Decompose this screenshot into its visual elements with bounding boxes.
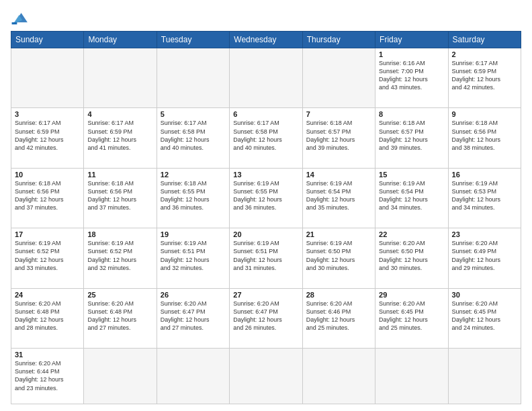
- calendar-cell: 30Sunrise: 6:20 AM Sunset: 6:45 PM Dayli…: [448, 288, 521, 348]
- calendar-cell: 12Sunrise: 6:18 AM Sunset: 6:55 PM Dayli…: [157, 168, 229, 228]
- day-number: 21: [306, 230, 371, 238]
- calendar-cell: 17Sunrise: 6:19 AM Sunset: 6:52 PM Dayli…: [11, 228, 84, 288]
- calendar-cell: 18Sunrise: 6:19 AM Sunset: 6:52 PM Dayli…: [84, 228, 157, 288]
- day-number: 8: [379, 110, 444, 118]
- day-number: 24: [15, 291, 80, 299]
- day-number: 26: [161, 291, 226, 299]
- calendar-cell: 28Sunrise: 6:20 AM Sunset: 6:46 PM Dayli…: [302, 288, 375, 348]
- day-number: 15: [379, 171, 444, 179]
- day-info: Sunrise: 6:19 AM Sunset: 6:54 PM Dayligh…: [306, 179, 371, 212]
- calendar-cell: 21Sunrise: 6:19 AM Sunset: 6:50 PM Dayli…: [302, 228, 375, 288]
- day-number: 28: [306, 291, 371, 299]
- calendar-cell: [230, 48, 302, 108]
- day-info: Sunrise: 6:20 AM Sunset: 6:44 PM Dayligh…: [15, 359, 80, 392]
- calendar-header-friday: Friday: [375, 32, 448, 48]
- calendar-cell: 27Sunrise: 6:20 AM Sunset: 6:47 PM Dayli…: [230, 288, 302, 348]
- day-info: Sunrise: 6:17 AM Sunset: 6:58 PM Dayligh…: [161, 119, 226, 152]
- calendar-cell: [448, 349, 521, 404]
- day-info: Sunrise: 6:19 AM Sunset: 6:50 PM Dayligh…: [306, 239, 371, 272]
- day-info: Sunrise: 6:18 AM Sunset: 6:57 PM Dayligh…: [306, 119, 371, 152]
- calendar-header-tuesday: Tuesday: [157, 32, 229, 48]
- day-number: 17: [15, 230, 80, 238]
- calendar-cell: 7Sunrise: 6:18 AM Sunset: 6:57 PM Daylig…: [302, 108, 375, 168]
- day-info: Sunrise: 6:17 AM Sunset: 6:59 PM Dayligh…: [15, 119, 80, 152]
- day-number: 31: [15, 351, 80, 359]
- day-info: Sunrise: 6:20 AM Sunset: 6:48 PM Dayligh…: [87, 300, 152, 332]
- svg-rect-3: [12, 22, 17, 24]
- day-info: Sunrise: 6:20 AM Sunset: 6:45 PM Dayligh…: [379, 300, 444, 332]
- day-number: 7: [306, 110, 371, 118]
- calendar-cell: 19Sunrise: 6:19 AM Sunset: 6:51 PM Dayli…: [157, 228, 229, 288]
- day-number: 29: [379, 291, 444, 299]
- calendar-cell: 5Sunrise: 6:17 AM Sunset: 6:58 PM Daylig…: [157, 108, 229, 168]
- calendar-cell: [11, 48, 84, 108]
- calendar-week-row: 24Sunrise: 6:20 AM Sunset: 6:48 PM Dayli…: [11, 288, 521, 348]
- calendar-week-row: 10Sunrise: 6:18 AM Sunset: 6:56 PM Dayli…: [11, 168, 521, 228]
- day-number: 6: [233, 110, 298, 118]
- day-number: 23: [452, 230, 517, 238]
- calendar-header-sunday: Sunday: [11, 32, 84, 48]
- logo: [11, 11, 32, 26]
- calendar-header-monday: Monday: [84, 32, 157, 48]
- day-info: Sunrise: 6:19 AM Sunset: 6:52 PM Dayligh…: [15, 239, 80, 272]
- day-info: Sunrise: 6:17 AM Sunset: 6:58 PM Dayligh…: [233, 119, 298, 152]
- calendar-cell: [157, 349, 229, 404]
- calendar-cell: 16Sunrise: 6:19 AM Sunset: 6:53 PM Dayli…: [448, 168, 521, 228]
- day-info: Sunrise: 6:20 AM Sunset: 6:47 PM Dayligh…: [233, 300, 298, 332]
- calendar-cell: 6Sunrise: 6:17 AM Sunset: 6:58 PM Daylig…: [230, 108, 302, 168]
- day-number: 19: [161, 230, 226, 238]
- day-info: Sunrise: 6:18 AM Sunset: 6:56 PM Dayligh…: [452, 119, 517, 152]
- calendar-header-wednesday: Wednesday: [230, 32, 302, 48]
- day-info: Sunrise: 6:20 AM Sunset: 6:50 PM Dayligh…: [379, 239, 444, 272]
- day-number: 20: [233, 230, 298, 238]
- day-info: Sunrise: 6:17 AM Sunset: 6:59 PM Dayligh…: [452, 59, 517, 92]
- calendar-cell: [157, 48, 229, 108]
- calendar-cell: [302, 48, 375, 108]
- day-info: Sunrise: 6:19 AM Sunset: 6:51 PM Dayligh…: [233, 239, 298, 272]
- calendar-cell: 10Sunrise: 6:18 AM Sunset: 6:56 PM Dayli…: [11, 168, 84, 228]
- day-number: 22: [379, 230, 444, 238]
- calendar-cell: 25Sunrise: 6:20 AM Sunset: 6:48 PM Dayli…: [84, 288, 157, 348]
- day-info: Sunrise: 6:18 AM Sunset: 6:56 PM Dayligh…: [87, 179, 152, 212]
- calendar-table: SundayMondayTuesdayWednesdayThursdayFrid…: [11, 31, 521, 404]
- day-info: Sunrise: 6:17 AM Sunset: 6:59 PM Dayligh…: [87, 119, 152, 152]
- calendar-cell: 9Sunrise: 6:18 AM Sunset: 6:56 PM Daylig…: [448, 108, 521, 168]
- day-number: 9: [452, 110, 517, 118]
- calendar-cell: 13Sunrise: 6:19 AM Sunset: 6:55 PM Dayli…: [230, 168, 302, 228]
- day-number: 27: [233, 291, 298, 299]
- calendar-week-row: 3Sunrise: 6:17 AM Sunset: 6:59 PM Daylig…: [11, 108, 521, 168]
- calendar-cell: 14Sunrise: 6:19 AM Sunset: 6:54 PM Dayli…: [302, 168, 375, 228]
- day-info: Sunrise: 6:18 AM Sunset: 6:55 PM Dayligh…: [161, 179, 226, 212]
- day-number: 10: [15, 171, 80, 179]
- day-info: Sunrise: 6:20 AM Sunset: 6:46 PM Dayligh…: [306, 300, 371, 332]
- calendar-cell: 15Sunrise: 6:19 AM Sunset: 6:54 PM Dayli…: [375, 168, 448, 228]
- day-number: 25: [87, 291, 152, 299]
- calendar-cell: 29Sunrise: 6:20 AM Sunset: 6:45 PM Dayli…: [375, 288, 448, 348]
- day-number: 18: [87, 230, 152, 238]
- calendar-cell: [230, 349, 302, 404]
- day-info: Sunrise: 6:19 AM Sunset: 6:54 PM Dayligh…: [379, 179, 444, 212]
- day-number: 4: [87, 110, 152, 118]
- calendar-cell: 24Sunrise: 6:20 AM Sunset: 6:48 PM Dayli…: [11, 288, 84, 348]
- day-info: Sunrise: 6:18 AM Sunset: 6:56 PM Dayligh…: [15, 179, 80, 212]
- day-number: 3: [15, 110, 80, 118]
- calendar-header-row: SundayMondayTuesdayWednesdayThursdayFrid…: [11, 32, 521, 48]
- calendar-week-row: 1Sunrise: 6:16 AM Sunset: 7:00 PM Daylig…: [11, 48, 521, 108]
- calendar-week-row: 31Sunrise: 6:20 AM Sunset: 6:44 PM Dayli…: [11, 349, 521, 404]
- day-info: Sunrise: 6:20 AM Sunset: 6:45 PM Dayligh…: [452, 300, 517, 332]
- calendar-header-thursday: Thursday: [302, 32, 375, 48]
- day-number: 2: [452, 50, 517, 58]
- calendar-header-saturday: Saturday: [448, 32, 521, 48]
- day-number: 30: [452, 291, 517, 299]
- day-info: Sunrise: 6:19 AM Sunset: 6:53 PM Dayligh…: [452, 179, 517, 212]
- calendar-cell: [84, 349, 157, 404]
- calendar-cell: 4Sunrise: 6:17 AM Sunset: 6:59 PM Daylig…: [84, 108, 157, 168]
- calendar-cell: 31Sunrise: 6:20 AM Sunset: 6:44 PM Dayli…: [11, 349, 84, 404]
- calendar-week-row: 17Sunrise: 6:19 AM Sunset: 6:52 PM Dayli…: [11, 228, 521, 288]
- calendar-cell: 26Sunrise: 6:20 AM Sunset: 6:47 PM Dayli…: [157, 288, 229, 348]
- calendar-cell: 20Sunrise: 6:19 AM Sunset: 6:51 PM Dayli…: [230, 228, 302, 288]
- day-number: 5: [161, 110, 226, 118]
- day-number: 1: [379, 50, 444, 58]
- calendar-cell: 23Sunrise: 6:20 AM Sunset: 6:49 PM Dayli…: [448, 228, 521, 288]
- day-info: Sunrise: 6:20 AM Sunset: 6:47 PM Dayligh…: [161, 300, 226, 332]
